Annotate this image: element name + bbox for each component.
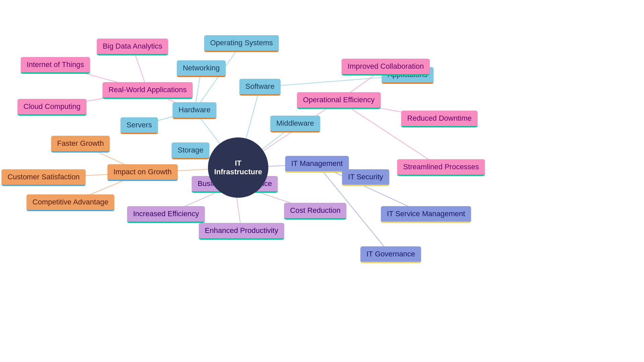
node-streamlined-processes[interactable]: Streamlined Processes [397, 159, 485, 176]
node-it-governance[interactable]: IT Governance [360, 246, 421, 263]
node-improved-collaboration[interactable]: Improved Collaboration [341, 59, 430, 75]
node-hardware[interactable]: Hardware [172, 102, 216, 119]
connections-svg [0, 0, 644, 362]
node-storage[interactable]: Storage [171, 142, 209, 159]
node-customer-satisfaction[interactable]: Customer Satisfaction [1, 169, 86, 186]
node-impact-on-growth[interactable]: Impact on Growth [107, 164, 178, 181]
node-enhanced-productivity[interactable]: Enhanced Productivity [199, 223, 284, 240]
node-operational-efficiency[interactable]: Operational Efficiency [297, 92, 381, 109]
mindmap-canvas: IT InfrastructureOperating SystemsNetwor… [0, 0, 644, 362]
node-internet-of-things[interactable]: Internet of Things [21, 57, 90, 74]
node-competitive-advantage[interactable]: Competitive Advantage [26, 194, 114, 211]
node-it-security[interactable]: IT Security [342, 169, 389, 186]
node-networking[interactable]: Networking [177, 60, 226, 77]
node-cost-reduction[interactable]: Cost Reduction [284, 203, 346, 220]
node-reduced-downtime[interactable]: Reduced Downtime [401, 111, 478, 127]
node-increased-efficiency[interactable]: Increased Efficiency [127, 206, 205, 223]
node-it-service-management[interactable]: IT Service Management [381, 206, 471, 223]
node-it-management[interactable]: IT Management [285, 156, 349, 173]
node-operating-systems[interactable]: Operating Systems [204, 35, 279, 52]
node-servers[interactable]: Servers [120, 117, 158, 134]
node-real-world-applications[interactable]: Real-World Applications [102, 82, 193, 99]
node-cloud-computing[interactable]: Cloud Computing [17, 99, 87, 116]
node-big-data-analytics[interactable]: Big Data Analytics [97, 39, 168, 55]
node-software[interactable]: Software [239, 79, 281, 96]
center-node: IT Infrastructure [208, 137, 268, 198]
node-faster-growth[interactable]: Faster Growth [51, 136, 110, 153]
node-middleware[interactable]: Middleware [270, 116, 320, 132]
svg-line-8 [195, 44, 241, 111]
